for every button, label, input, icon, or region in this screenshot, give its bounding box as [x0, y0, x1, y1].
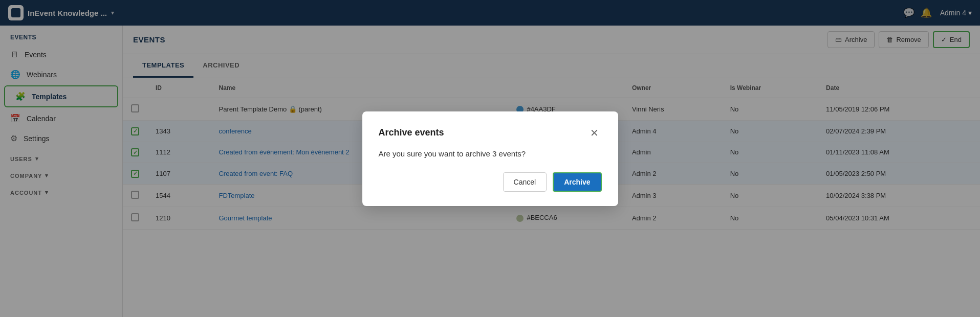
modal-overlay[interactable]: Archive events ✕ Are you sure you want t…	[0, 0, 980, 317]
modal-body: Are you sure you want to archive 3 event…	[379, 149, 602, 158]
modal-archive-button[interactable]: Archive	[553, 172, 601, 192]
modal-header: Archive events ✕	[379, 126, 602, 140]
modal-cancel-button[interactable]: Cancel	[503, 172, 547, 192]
modal-title: Archive events	[379, 127, 444, 138]
archive-modal: Archive events ✕ Are you sure you want t…	[362, 111, 618, 206]
modal-footer: Cancel Archive	[379, 172, 602, 192]
modal-close-button[interactable]: ✕	[587, 126, 602, 140]
